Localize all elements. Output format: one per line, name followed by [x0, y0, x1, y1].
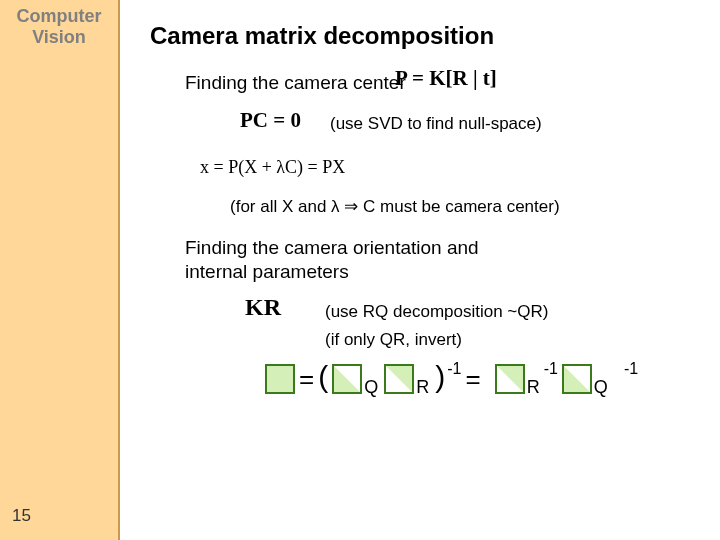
note-rq: (use RQ decomposition ~QR)	[325, 302, 548, 322]
equals-sign: =	[299, 364, 314, 395]
neg1-sup-2: -1	[544, 360, 558, 378]
neg1-sup-3: -1	[624, 360, 638, 378]
equation-pc-zero: PC = 0	[240, 108, 301, 133]
slide-title: Camera matrix decomposition	[150, 22, 494, 50]
equals-sign-2: =	[465, 364, 480, 395]
equation-kr: KR	[245, 294, 281, 321]
sidebar-line2: Vision	[0, 27, 118, 48]
lower-triangular-icon-2	[562, 364, 592, 394]
q-subscript: Q	[364, 377, 378, 398]
q-subscript-2: Q	[594, 377, 608, 398]
left-paren: (	[318, 360, 328, 394]
note-invert: (if only QR, invert)	[325, 330, 462, 350]
right-paren: )	[435, 360, 445, 394]
sidebar-title: Computer Vision	[0, 6, 118, 47]
sidebar-line1: Computer	[0, 6, 118, 27]
lower-triangular-icon	[332, 364, 362, 394]
note-forall: (for all X and λ ⇒ C must be camera cent…	[230, 196, 560, 217]
matrix-icon	[265, 364, 295, 394]
page-number: 15	[12, 506, 31, 526]
r-subscript: R	[416, 377, 429, 398]
section-finding-center: Finding the camera center	[185, 72, 406, 94]
equation-p-krt: P = K[R | t]	[395, 66, 497, 91]
sidebar: Computer Vision	[0, 0, 120, 540]
r-subscript-2: R	[527, 377, 540, 398]
upper-triangular-icon	[384, 364, 414, 394]
equation-qr-inverse: = ( Q R ) -1 = R -1 Q -1	[265, 362, 638, 396]
neg1-sup: -1	[447, 360, 461, 378]
note-svd: (use SVD to find null-space)	[330, 114, 542, 134]
section-orientation: Finding the camera orientation and inter…	[185, 236, 545, 284]
upper-triangular-icon-2	[495, 364, 525, 394]
equation-xpx: x = P(X + λC) = PX	[200, 157, 345, 178]
